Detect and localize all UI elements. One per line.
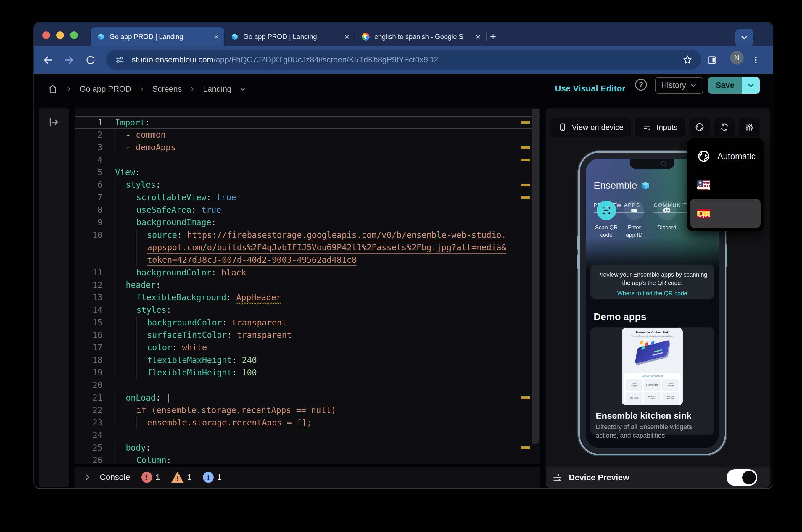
breadcrumb-item[interactable]: Landing xyxy=(203,84,231,94)
code-line[interactable]: 20 xyxy=(75,379,540,392)
save-dropdown-button[interactable] xyxy=(742,77,760,94)
new-tab-button[interactable]: + xyxy=(486,30,499,43)
code-line[interactable]: 15backgroundColor: transparent xyxy=(75,317,540,329)
app-logo: Ensemble xyxy=(594,180,650,191)
inputs-button[interactable]: Inputs xyxy=(635,118,685,137)
code-line[interactable]: 10source: https://firebasestorage.google… xyxy=(75,229,540,242)
minimize-window-button[interactable] xyxy=(56,31,64,39)
shortcut-enter-app-id[interactable]: Enter app ID xyxy=(620,201,648,239)
code-line[interactable]: 7scrollableView: true xyxy=(75,191,540,204)
browser-tab[interactable]: english to spanish - Google S× xyxy=(356,27,486,46)
code-editor[interactable]: 1Import:2- common3- demoApps45View:6styl… xyxy=(75,108,540,464)
code-line[interactable]: 2- common xyxy=(75,129,540,141)
warning-marker xyxy=(521,158,530,161)
line-number: 26 xyxy=(75,454,102,464)
console-infos[interactable]: i1 xyxy=(203,472,222,483)
code-line[interactable]: 22if (ensemble.storage.recentApps == nul… xyxy=(75,404,540,417)
shortcut-discord[interactable]: Discord xyxy=(652,201,681,231)
code-line[interactable]: 24 xyxy=(75,429,540,441)
inputs-icon xyxy=(643,123,652,132)
code-line[interactable]: 17color: white xyxy=(75,341,540,354)
code-line[interactable]: 12header: xyxy=(75,279,540,291)
line-number: 24 xyxy=(75,429,102,441)
code-line[interactable]: 11backgroundColor: black xyxy=(75,267,540,279)
language-button[interactable] xyxy=(689,118,710,137)
code-line[interactable]: 25body: xyxy=(75,442,540,454)
profile-avatar[interactable]: N xyxy=(730,51,744,64)
code-line[interactable]: 8useSafeArea: true xyxy=(75,204,540,216)
address-bar[interactable]: studio.ensembleui.com/app/FhQC7J2DjXTg0U… xyxy=(106,50,701,70)
line-number: 25 xyxy=(75,442,102,454)
editor-scrollbar[interactable] xyxy=(532,109,539,444)
url-text[interactable]: studio.ensembleui.com/app/FhQC7J2DjXTg0U… xyxy=(132,55,438,64)
console-bar[interactable]: Console !1 !1 i1 xyxy=(75,467,540,488)
breadcrumb-item[interactable]: Screens xyxy=(152,84,182,94)
split-view-button[interactable] xyxy=(706,54,718,66)
globe-icon xyxy=(697,150,710,163)
warning-marker xyxy=(521,196,530,199)
history-button[interactable]: History xyxy=(655,77,703,94)
tab-strip: Go app PROD | Landing×Go app PROD | Land… xyxy=(34,22,773,46)
chevron-down-icon[interactable] xyxy=(238,85,247,93)
tab-search-button[interactable] xyxy=(735,29,753,46)
device-preview-toggle[interactable] xyxy=(727,469,757,486)
code-line[interactable]: appspot.com/o/builds%2F4qJvbIFIJ5Vou69P4… xyxy=(75,242,540,254)
reload-button[interactable] xyxy=(84,54,96,66)
code-line[interactable]: 16surfaceTintColor: transparent xyxy=(75,329,540,341)
code-line[interactable]: 3- demoApps xyxy=(75,141,540,154)
code-line[interactable]: 13flexibleBackground: AppHeader xyxy=(75,291,540,304)
spain-flag-icon: Spanish xyxy=(697,209,710,218)
site-settings-icon[interactable] xyxy=(115,55,125,64)
tab-close-icon[interactable]: × xyxy=(214,32,219,41)
forward-icon xyxy=(63,54,75,66)
qr-card-link[interactable]: Where to find the QR code xyxy=(590,290,714,297)
breadcrumb: Go app PRODScreensLanding xyxy=(47,74,247,104)
demo-app-card[interactable]: Ensemble Kitchen Sink Try out Ensemble w… xyxy=(590,327,714,435)
line-number: 16 xyxy=(75,329,102,341)
code-line[interactable]: 19flexibleMinHeight: 100 xyxy=(75,367,540,379)
browser-tab[interactable]: Go app PROD | Landing× xyxy=(224,27,355,46)
shortcut-scan-qr-code[interactable]: Scan QR code xyxy=(592,201,620,239)
tab-close-icon[interactable]: × xyxy=(344,32,349,41)
save-button[interactable]: Save xyxy=(708,77,742,94)
code-line[interactable]: 6styles: xyxy=(75,179,540,191)
language-option-spanish[interactable]: Spanish xyxy=(690,199,761,228)
zoom-window-button[interactable] xyxy=(70,31,78,39)
preview-settings-button[interactable] xyxy=(739,118,760,137)
console-warnings[interactable]: !1 xyxy=(171,472,192,483)
code-line[interactable]: 21onLoad: | xyxy=(75,392,540,404)
code-line[interactable]: 14styles: xyxy=(75,304,540,316)
expand-console-icon[interactable] xyxy=(83,473,92,482)
code-line[interactable]: token=427d38c3-007d-40d2-9003-49562ad481… xyxy=(75,254,540,266)
home-icon[interactable] xyxy=(47,83,58,95)
tab-close-icon[interactable]: × xyxy=(475,32,481,41)
console-errors[interactable]: !1 xyxy=(141,472,160,483)
view-on-device-button[interactable]: View on device xyxy=(551,118,631,137)
info-icon: i xyxy=(203,472,214,483)
bookmark-button[interactable] xyxy=(682,54,693,65)
line-number: 4 xyxy=(75,154,102,166)
open-panel-button[interactable] xyxy=(47,116,60,128)
code-line[interactable]: 18flexibleMaxHeight: 240 xyxy=(75,354,540,367)
use-visual-editor-link[interactable]: Use Visual Editor xyxy=(555,84,625,94)
language-option-automatic[interactable]: Automatic xyxy=(690,142,761,171)
browser-tab[interactable]: Go app PROD | Landing× xyxy=(91,27,224,46)
language-option-english[interactable]: English xyxy=(690,171,761,200)
window-controls[interactable] xyxy=(42,31,78,39)
forward-button[interactable] xyxy=(63,54,75,66)
screenshot-subtitle: Try out Ensemble widgets and capabilitie… xyxy=(622,335,683,337)
breadcrumb-item[interactable]: Go app PROD xyxy=(80,84,131,94)
globe-icon xyxy=(695,122,704,132)
code-line[interactable]: 1Import: xyxy=(75,116,540,129)
browser-menu-button[interactable] xyxy=(750,54,762,66)
code-line[interactable]: 4 xyxy=(75,154,540,166)
back-button[interactable] xyxy=(42,54,54,66)
code-line[interactable]: 23ensemble.storage.recentApps = []; xyxy=(75,417,540,429)
widget-tiles: Content WidgetsForm WidgetsLayout Widget… xyxy=(624,377,681,404)
help-button[interactable]: ? xyxy=(635,79,647,91)
close-window-button[interactable] xyxy=(42,31,50,39)
code-line[interactable]: 9backgroundImage: xyxy=(75,216,540,229)
refresh-preview-button[interactable] xyxy=(714,118,735,137)
code-line[interactable]: 26Column: xyxy=(75,454,540,464)
code-line[interactable]: 5View: xyxy=(75,166,540,179)
